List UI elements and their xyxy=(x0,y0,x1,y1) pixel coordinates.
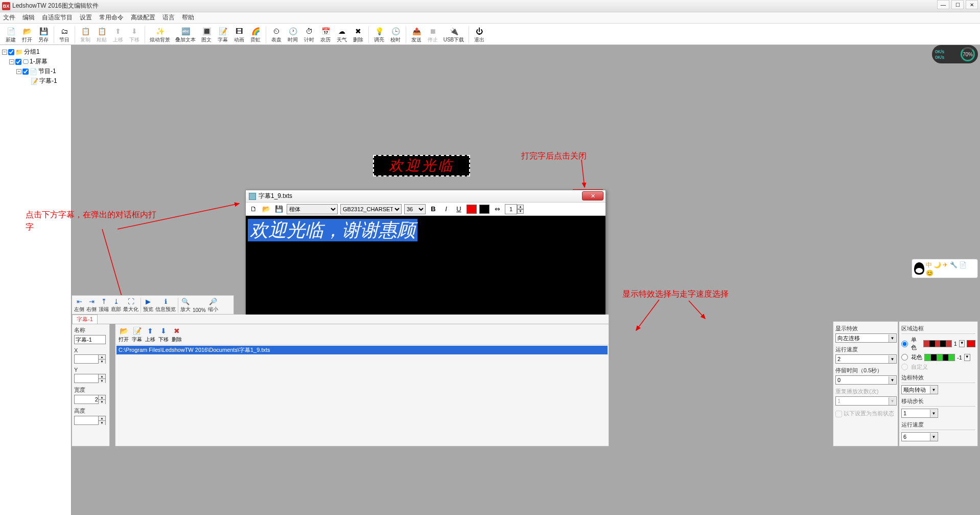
bold-button[interactable]: B xyxy=(428,204,438,214)
tool-炫动背景[interactable]: ✨炫动背景 xyxy=(148,27,172,43)
screen-checkbox[interactable] xyxy=(15,59,21,65)
text-color-swatch[interactable] xyxy=(466,205,477,214)
prop-x-input[interactable]: 0▲▼ xyxy=(74,354,106,364)
tool-图文[interactable]: 🔳图文 xyxy=(199,27,214,43)
border-flower-label: 花色 xyxy=(911,353,922,361)
border-pattern-1[interactable] xyxy=(923,340,952,347)
menu-autofit[interactable]: 自适应节目 xyxy=(42,13,73,22)
filebtn-上移[interactable]: ⬆上移 xyxy=(145,326,155,343)
dialog-titlebar[interactable]: 字幕1_9.txts ✕ xyxy=(246,190,605,203)
step-select[interactable]: 1▼ xyxy=(901,409,938,418)
stay-select[interactable]: 0▼ xyxy=(835,375,897,385)
spacing-input[interactable] xyxy=(505,204,517,214)
tool-调亮[interactable]: 💡调亮 xyxy=(371,27,387,43)
speed-select[interactable]: 2▼ xyxy=(835,354,897,364)
tool-天气[interactable]: ☁天气 xyxy=(334,27,349,43)
qq-status-icons: 中 🌙 ✈ 🔧 📄 😊 xyxy=(926,261,975,277)
tool-表盘[interactable]: ⏲表盘 xyxy=(269,27,284,43)
tool-计时[interactable]: ⏱计时 xyxy=(301,27,317,43)
view-底部[interactable]: ⤓底部 xyxy=(111,297,121,313)
view-信息预览[interactable]: ℹ信息预览 xyxy=(155,297,176,313)
view-顶端[interactable]: ⤒顶端 xyxy=(99,297,109,313)
new-icon[interactable]: 🗋 xyxy=(248,204,259,214)
prop-h-input[interactable]: 64▲▼ xyxy=(74,416,106,425)
spacing-spinner[interactable]: ▲▼ xyxy=(505,204,524,214)
menu-advanced[interactable]: 高级配置 xyxy=(131,13,155,22)
tool-字幕[interactable]: 📝字幕 xyxy=(215,27,230,43)
border-pattern-2[interactable] xyxy=(924,354,955,361)
filebtn-删除[interactable]: ✖删除 xyxy=(172,326,182,343)
save-icon[interactable]: 💾 xyxy=(274,204,284,214)
expand-icon[interactable]: − xyxy=(16,69,21,74)
expand-icon[interactable]: − xyxy=(9,59,14,64)
open-icon[interactable]: 📂 xyxy=(261,204,271,214)
tool-霓虹[interactable]: 🌈霓虹 xyxy=(248,27,263,43)
tool-打开[interactable]: 📂打开 xyxy=(19,27,35,43)
tool-新建[interactable]: 📄新建 xyxy=(3,27,18,43)
program-checkbox[interactable] xyxy=(22,69,29,75)
tool-USB下载[interactable]: 🔌USB下载 xyxy=(441,27,466,43)
tab-subtitle[interactable]: 字幕-1 xyxy=(72,315,98,324)
font-select[interactable]: 楷体 xyxy=(287,204,338,214)
tool-时间[interactable]: 🕐时间 xyxy=(285,27,300,43)
border-anim-select[interactable]: 顺向转动▼ xyxy=(901,385,938,394)
tool-叠加文本[interactable]: 🔤叠加文本 xyxy=(173,27,198,43)
tree-program[interactable]: − 📄 节目-1 xyxy=(2,66,69,76)
tool-发送[interactable]: 📤发送 xyxy=(409,27,424,43)
prop-w-label: 宽度 xyxy=(74,386,107,394)
prop-y-input[interactable]: 0▲▼ xyxy=(74,374,106,383)
border-single-radio[interactable] xyxy=(901,341,908,347)
prop-name-input[interactable]: 字幕-1 xyxy=(74,335,106,344)
filebtn-字幕[interactable]: 📝字幕 xyxy=(132,326,142,343)
tool-另存[interactable]: 💾另存 xyxy=(36,27,51,43)
tool-校时[interactable]: 🕒校时 xyxy=(388,27,403,43)
maximize-button[interactable]: ☐ xyxy=(951,0,964,9)
menu-bar: 文件 编辑 自适应节目 设置 常用命令 高级配置 语言 帮助 xyxy=(0,12,980,24)
tool-退出[interactable]: ⏻退出 xyxy=(472,27,487,43)
charset-select[interactable]: GB2312_CHARSET xyxy=(340,204,402,214)
filebtn-下移[interactable]: ⬇下移 xyxy=(158,326,169,343)
expand-icon[interactable]: − xyxy=(2,50,7,55)
tool-删除[interactable]: ✖删除 xyxy=(351,27,366,43)
tree-screen[interactable]: − 🖵 1-屏幕 xyxy=(2,57,69,66)
filebtn-打开[interactable]: 📂打开 xyxy=(119,326,129,343)
dialog-close-button[interactable]: ✕ xyxy=(582,191,603,200)
prop-w-input[interactable]: 256▲▼ xyxy=(74,395,106,404)
view-右侧[interactable]: ⇥右侧 xyxy=(86,297,97,313)
menu-language[interactable]: 语言 xyxy=(162,13,175,22)
border-color-swatch[interactable] xyxy=(967,340,975,347)
led-preview[interactable]: 欢迎光临 xyxy=(373,155,470,176)
menu-file[interactable]: 文件 xyxy=(3,13,15,22)
menu-settings[interactable]: 设置 xyxy=(80,13,92,22)
tool-动画[interactable]: 🎞动画 xyxy=(231,27,247,43)
fontsize-select[interactable]: 36 xyxy=(404,204,426,214)
view-预览[interactable]: ▶预览 xyxy=(143,297,153,313)
view-左侧[interactable]: ⇤左侧 xyxy=(74,297,84,313)
view-缩小[interactable]: 🔎缩小 xyxy=(208,297,218,313)
view-100%[interactable]: 100% xyxy=(193,299,206,313)
tool-农历[interactable]: 📅农历 xyxy=(318,27,333,43)
file-row[interactable]: C:\Program Files\LedshowTW 2016\Document… xyxy=(116,346,608,354)
italic-button[interactable]: I xyxy=(441,204,451,214)
tree-group[interactable]: − 📁 分组1 xyxy=(2,47,69,57)
dialog-icon xyxy=(249,193,256,200)
view-icon: 🔎 xyxy=(209,297,217,305)
qq-widget[interactable]: 中 🌙 ✈ 🔧 📄 😊 xyxy=(912,259,978,278)
view-放大[interactable]: 🔍放大 xyxy=(180,297,191,313)
spacing-icon[interactable]: ⇔ xyxy=(492,204,502,214)
tool-label: 复制 xyxy=(80,36,90,43)
minimize-button[interactable]: ― xyxy=(937,0,949,9)
close-button[interactable]: ✕ xyxy=(966,0,978,9)
menu-common[interactable]: 常用命令 xyxy=(99,13,124,22)
menu-help[interactable]: 帮助 xyxy=(182,13,194,22)
effect-select[interactable]: 向左连移▼ xyxy=(835,333,897,343)
group-checkbox[interactable] xyxy=(8,49,14,55)
underline-button[interactable]: U xyxy=(454,204,464,214)
tree-subtitle[interactable]: 📝 字幕-1 xyxy=(2,76,69,86)
view-最大化[interactable]: ⛶最大化 xyxy=(123,297,138,313)
bg-color-swatch[interactable] xyxy=(479,205,489,214)
menu-edit[interactable]: 编辑 xyxy=(22,13,35,22)
tool-节目[interactable]: 🗂节目 xyxy=(57,27,72,43)
bspeed-select[interactable]: 6▼ xyxy=(901,432,938,441)
border-flower-radio[interactable] xyxy=(901,354,908,361)
